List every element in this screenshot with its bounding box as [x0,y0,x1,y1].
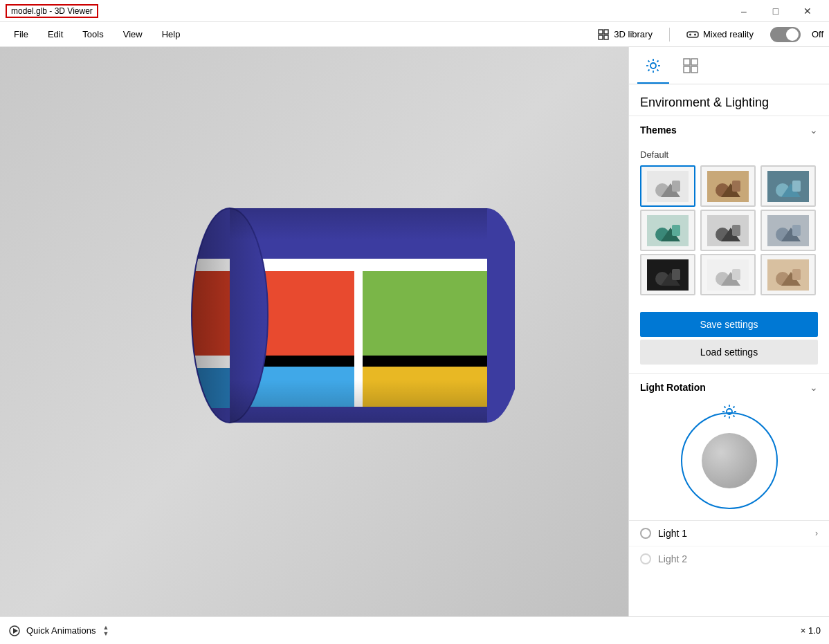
menu-help[interactable]: Help [154,26,189,42]
tab-lighting[interactable] [637,53,669,84]
panel-section-title: Environment & Lighting [629,84,829,116]
light-2-radio[interactable] [640,553,651,564]
menu-tools[interactable]: Tools [74,26,111,42]
rotation-dial-sphere [702,433,757,488]
theme-swatch-5[interactable] [700,210,756,251]
menu-edit[interactable]: Edit [39,26,71,42]
viewport[interactable] [0,47,628,616]
theme-preview-2 [707,171,749,202]
light-rotation-content [629,401,829,520]
light-1-radio[interactable] [640,528,651,539]
themes-chevron: ⌄ [810,125,818,136]
svg-line-32 [648,70,650,71]
right-panel: Environment & Lighting Themes ⌄ Default [628,47,829,616]
theme-preview-9 [767,259,809,291]
svg-rect-33 [684,59,690,65]
theme-preview-4 [647,215,689,246]
mixed-reality-toggle[interactable] [770,27,801,42]
svg-rect-22 [230,208,487,423]
svg-marker-83 [13,628,18,634]
chevron-down-icon[interactable]: ▼ [102,631,109,637]
svg-rect-40 [672,181,680,192]
window-controls: – □ ✕ [728,0,823,22]
panel-tabs [629,47,829,84]
library-label: 3D library [614,29,653,39]
vr-icon [686,28,699,41]
svg-line-78 [724,407,725,408]
light-rotation-dial[interactable] [681,412,778,509]
theme-preview-1 [647,171,689,202]
menu-divider [669,28,670,42]
svg-rect-48 [792,181,801,192]
theme-swatch-9[interactable] [760,254,816,295]
mixed-reality-button[interactable]: Mixed reality [681,26,759,44]
svg-rect-44 [732,181,740,192]
library-icon [597,28,610,41]
light-1-chevron: › [815,528,818,538]
svg-point-1 [689,33,691,35]
light-rotation-chevron: ⌄ [810,382,818,393]
theme-preview-5 [707,215,749,246]
theme-swatch-3[interactable] [760,165,816,207]
theme-swatch-2[interactable] [700,165,756,207]
theme-preview-8 [707,259,749,291]
light-rotation-header[interactable]: Light Rotation ⌄ [629,373,829,401]
svg-rect-36 [691,66,698,73]
light-1-item[interactable]: Light 1 › [629,520,829,546]
menu-file[interactable]: File [6,26,37,42]
light-2-item[interactable]: Light 2 [629,546,829,571]
svg-line-80 [733,407,734,408]
close-button[interactable]: ✕ [792,0,823,22]
minimize-button[interactable]: – [728,0,760,22]
quick-animations-icon [8,625,21,637]
maximize-button[interactable]: □ [760,0,792,22]
sun-position-icon [722,404,737,423]
sun-tab-icon [646,58,661,73]
themes-label: Themes [640,125,677,136]
svg-rect-72 [792,269,801,280]
svg-rect-60 [792,225,801,236]
theme-grid [640,165,818,295]
menu-view[interactable]: View [115,26,151,42]
light-2-label: Light 2 [658,553,818,564]
themes-content: Default [629,144,829,306]
load-settings-button[interactable]: Load settings [640,340,818,365]
themes-header[interactable]: Themes ⌄ [629,116,829,144]
svg-point-73 [727,409,732,414]
light-rotation-label: Light Rotation [640,382,706,393]
toggle-knob [786,28,799,41]
library-button[interactable]: 3D library [592,26,658,44]
light-rotation-section: Light Rotation ⌄ [629,373,829,520]
svg-rect-52 [672,225,680,236]
window-title: model.glb - 3D Viewer [6,4,98,18]
light-1-label: Light 1 [658,528,808,539]
svg-line-79 [733,416,734,417]
ms-logo-cylinder [113,149,515,481]
scene-tab-icon [683,58,698,73]
theme-preview-3 [767,171,809,202]
svg-rect-0 [687,32,698,37]
svg-rect-68 [732,269,740,280]
bottom-bar: Quick Animations ▲ ▼ × 1.0 [0,616,829,644]
quick-animations-label: Quick Animations [26,625,95,636]
theme-swatch-8[interactable] [700,254,756,295]
tab-scene[interactable] [675,53,707,84]
theme-default-label: Default [640,149,818,160]
svg-rect-34 [691,59,698,65]
svg-line-29 [648,61,650,62]
svg-line-81 [724,416,725,417]
theme-preview-7 [647,259,689,291]
theme-swatch-4[interactable] [640,210,695,251]
theme-swatch-7[interactable] [640,254,695,295]
svg-point-24 [650,63,656,68]
mixed-reality-label: Mixed reality [703,29,754,39]
theme-swatch-1[interactable] [640,165,695,207]
title-bar: model.glb - 3D Viewer – □ ✕ [0,0,829,22]
toggle-state-label: Off [812,29,823,39]
menu-bar: File Edit Tools View Help 3D library Mix… [0,22,829,47]
theme-swatch-6[interactable] [760,210,816,251]
menu-bar-right: 3D library Mixed reality Off [592,26,823,44]
save-settings-button[interactable]: Save settings [640,312,818,337]
animation-speed-chevrons[interactable]: ▲ ▼ [102,625,109,637]
themes-section: Themes ⌄ Default [629,116,829,373]
